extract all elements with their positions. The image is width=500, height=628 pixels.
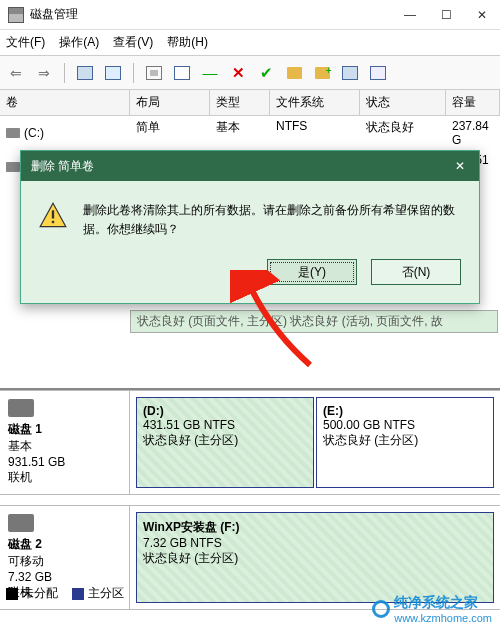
col-vol[interactable]: 卷 [0,90,130,115]
back-button[interactable]: ⇐ [6,63,26,83]
legend-unalloc-box [6,588,18,600]
partition-d[interactable]: (D:) 431.51 GB NTFS 状态良好 (主分区) [136,397,314,488]
col-size[interactable]: 容量 [446,90,500,115]
toolbar: ⇐ ⇒ — ✕ ✔ + [0,56,500,90]
check-icon[interactable]: ✔ [256,63,276,83]
pane-icon[interactable] [103,63,123,83]
col-type[interactable]: 类型 [210,90,270,115]
menu-action[interactable]: 操作(A) [59,34,99,51]
newfolder-icon[interactable]: + [312,63,332,83]
yes-button[interactable]: 是(Y) [267,259,357,285]
cascade-icon[interactable] [368,63,388,83]
covered-status-row: 状态良好 (页面文件, 主分区) 状态良好 (活动, 页面文件, 故 [130,310,498,333]
drive-icon [6,162,20,172]
separator [133,63,134,83]
watermark-icon [372,600,390,618]
layout-icon[interactable] [75,63,95,83]
dialog-close-icon[interactable]: ✕ [451,157,469,175]
disk-icon [8,399,34,417]
confirm-dialog: 删除 简单卷 ✕ 删除此卷将清除其上的所有数据。请在删除之前备份所有希望保留的数… [20,150,480,304]
dialog-text: 删除此卷将清除其上的所有数据。请在删除之前备份所有希望保留的数据。你想继续吗？ [83,201,461,239]
partition-e[interactable]: (E:) 500.00 GB NTFS 状态良好 (主分区) [316,397,494,488]
window-title: 磁盘管理 [30,6,392,23]
dialog-title: 删除 简单卷 [31,158,94,175]
min-button[interactable]: — [392,0,428,30]
props-icon[interactable] [144,63,164,83]
col-layout[interactable]: 布局 [130,90,210,115]
col-fs[interactable]: 文件系统 [270,90,360,115]
disk-icon [8,514,34,532]
table-header: 卷 布局 类型 文件系统 状态 容量 [0,90,500,116]
partition-f[interactable]: WinXP安装盘 (F:) 7.32 GB NTFS 状态良好 (主分区) [136,512,494,603]
table-row[interactable]: (C:) 简单 基本 NTFS 状态良好 237.84 G [0,116,500,150]
warning-icon [39,201,67,229]
watermark: 纯净系统之家 www.kzmhome.com [372,594,492,624]
menu-view[interactable]: 查看(V) [113,34,153,51]
drive-icon [6,128,20,138]
legend: 未分配 主分区 [6,585,124,602]
svg-rect-1 [52,210,54,218]
svg-rect-2 [52,221,54,223]
separator [64,63,65,83]
titlebar: 磁盘管理 — ☐ ✕ [0,0,500,30]
disk-row: 磁盘 1 基本 931.51 GB 联机 (D:) 431.51 GB NTFS… [0,390,500,495]
fwd-button[interactable]: ⇒ [34,63,54,83]
refresh-icon[interactable]: — [200,63,220,83]
close-button[interactable]: ✕ [464,0,500,30]
tile-icon[interactable] [340,63,360,83]
legend-primary-box [72,588,84,600]
menu-help[interactable]: 帮助(H) [167,34,208,51]
list-icon[interactable] [172,63,192,83]
disk-header[interactable]: 磁盘 1 基本 931.51 GB 联机 [0,391,130,494]
no-button[interactable]: 否(N) [371,259,461,285]
max-button[interactable]: ☐ [428,0,464,30]
app-icon [8,7,24,23]
folder-icon[interactable] [284,63,304,83]
delete-icon[interactable]: ✕ [228,63,248,83]
menu-bar: 文件(F) 操作(A) 查看(V) 帮助(H) [0,30,500,56]
col-status[interactable]: 状态 [360,90,446,115]
dialog-titlebar[interactable]: 删除 简单卷 ✕ [21,151,479,181]
menu-file[interactable]: 文件(F) [6,34,45,51]
